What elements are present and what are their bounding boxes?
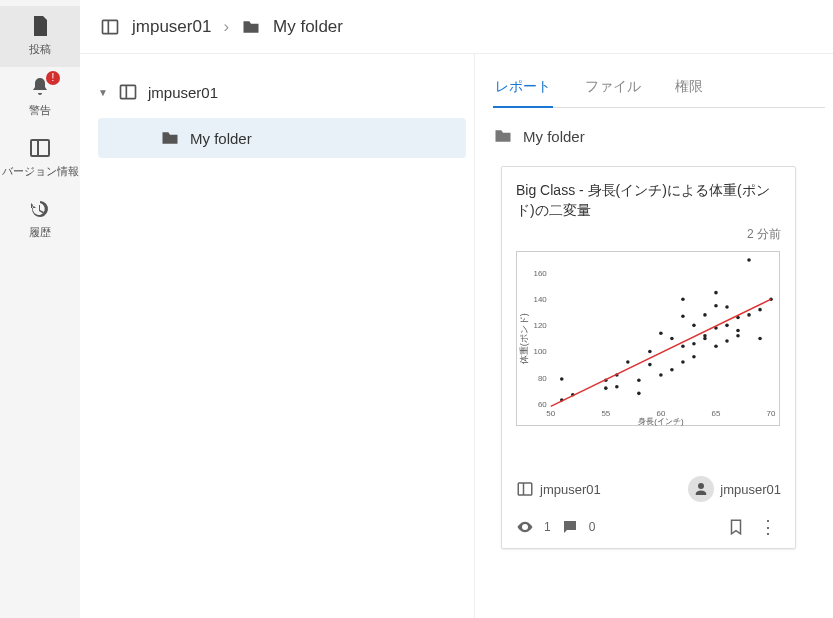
svg-point-57	[758, 337, 762, 341]
comment-icon	[561, 518, 579, 536]
svg-point-26	[626, 360, 630, 364]
split-pane: ▼ jmpuser01 My folder レポート ファイル 権限 My fo…	[80, 54, 833, 618]
svg-point-36	[681, 345, 685, 349]
svg-point-55	[747, 313, 751, 317]
left-nav: 投稿 ! 警告 バージョン情報 履歴	[0, 0, 80, 618]
svg-point-29	[648, 350, 652, 354]
report-icon	[28, 14, 52, 38]
folder-icon	[493, 126, 513, 146]
svg-rect-60	[518, 483, 532, 495]
svg-point-39	[692, 355, 696, 359]
chevron-right-icon: ›	[223, 17, 229, 37]
card-meta: jmpuser01 jmpuser01	[516, 476, 781, 502]
avatar	[688, 476, 714, 502]
nav-alert[interactable]: ! 警告	[0, 67, 80, 128]
panel-icon	[100, 17, 120, 37]
svg-rect-0	[31, 140, 49, 156]
panel-icon	[28, 136, 52, 160]
chart: 60801001201401605055606570体重(ポンド)身長(インチ)	[516, 251, 780, 426]
folder-icon	[160, 128, 180, 148]
person-icon	[692, 480, 710, 498]
svg-text:100: 100	[534, 348, 548, 357]
svg-text:身長(インチ): 身長(インチ)	[638, 417, 684, 426]
caret-down-icon: ▼	[98, 87, 108, 98]
svg-point-25	[615, 385, 619, 389]
svg-point-56	[747, 258, 751, 262]
svg-text:80: 80	[538, 374, 547, 383]
svg-text:60: 60	[538, 400, 547, 409]
tree-child[interactable]: My folder	[98, 118, 466, 158]
svg-point-37	[681, 315, 685, 319]
nav-post-label: 投稿	[29, 43, 51, 55]
svg-point-28	[637, 392, 641, 396]
eye-icon	[516, 518, 534, 536]
more-icon[interactable]: ⋮	[755, 516, 781, 538]
svg-text:50: 50	[546, 409, 555, 418]
bookmark-icon[interactable]	[727, 518, 745, 536]
svg-point-48	[714, 291, 718, 295]
svg-point-22	[604, 387, 608, 391]
svg-rect-2	[103, 20, 118, 33]
tab-file[interactable]: ファイル	[583, 72, 643, 107]
nav-post[interactable]: 投稿	[0, 6, 80, 67]
tabs: レポート ファイル 権限	[493, 72, 825, 108]
current-folder-label: My folder	[523, 128, 585, 145]
svg-point-19	[560, 377, 564, 381]
svg-text:55: 55	[601, 409, 610, 418]
svg-text:体重(ポンド): 体重(ポンド)	[519, 314, 529, 365]
report-card[interactable]: Big Class - 身長(インチ)による体重(ポンド)の二変量 2 分前 6…	[501, 166, 796, 549]
folder-icon	[241, 17, 261, 37]
nav-version[interactable]: バージョン情報	[0, 128, 80, 189]
svg-point-31	[659, 373, 663, 377]
svg-point-58	[758, 308, 762, 312]
crumb-child[interactable]: My folder	[273, 17, 343, 37]
card-owner: jmpuser01	[540, 482, 601, 497]
svg-rect-4	[121, 85, 136, 98]
card-title: Big Class - 身長(インチ)による体重(ポンド)の二変量	[516, 181, 781, 220]
nav-history-label: 履歴	[29, 226, 51, 238]
svg-point-27	[637, 379, 641, 383]
svg-point-52	[736, 334, 740, 338]
panel-icon	[118, 82, 138, 102]
svg-point-33	[670, 368, 674, 372]
svg-text:70: 70	[767, 409, 776, 418]
svg-text:160: 160	[534, 269, 548, 278]
svg-point-40	[692, 342, 696, 346]
history-icon	[28, 197, 52, 221]
svg-point-54	[736, 329, 740, 333]
svg-point-35	[681, 360, 685, 364]
main-area: jmpuser01 › My folder ▼ jmpuser01 My fol…	[80, 0, 833, 618]
nav-version-label: バージョン情報	[2, 165, 79, 177]
svg-point-34	[670, 337, 674, 341]
svg-text:120: 120	[534, 322, 548, 331]
svg-point-50	[725, 324, 729, 328]
svg-point-30	[648, 363, 652, 367]
nav-alert-label: 警告	[29, 104, 51, 116]
comments-count: 0	[589, 520, 596, 534]
svg-point-51	[725, 305, 729, 309]
tab-report[interactable]: レポート	[493, 72, 553, 108]
tree-child-label: My folder	[190, 130, 252, 147]
card-user: jmpuser01	[720, 482, 781, 497]
svg-point-41	[692, 324, 696, 328]
svg-point-45	[714, 345, 718, 349]
svg-point-32	[659, 332, 663, 336]
panel-icon	[516, 480, 534, 498]
crumb-root[interactable]: jmpuser01	[132, 17, 211, 37]
card-footer: 1 0 ⋮	[516, 516, 781, 538]
svg-point-49	[725, 339, 729, 343]
svg-point-44	[703, 337, 707, 341]
folder-tree: ▼ jmpuser01 My folder	[80, 54, 475, 618]
scatter-plot: 60801001201401605055606570体重(ポンド)身長(インチ)	[517, 252, 779, 426]
svg-text:65: 65	[712, 409, 721, 418]
svg-text:140: 140	[534, 295, 548, 304]
card-time: 2 分前	[516, 226, 781, 243]
svg-point-43	[703, 313, 707, 317]
alert-badge: !	[46, 71, 60, 85]
tree-root[interactable]: ▼ jmpuser01	[80, 72, 474, 112]
current-folder: My folder	[493, 126, 825, 146]
nav-history[interactable]: 履歴	[0, 189, 80, 250]
tab-perm[interactable]: 権限	[673, 72, 705, 107]
breadcrumb: jmpuser01 › My folder	[80, 0, 833, 54]
views-count: 1	[544, 520, 551, 534]
